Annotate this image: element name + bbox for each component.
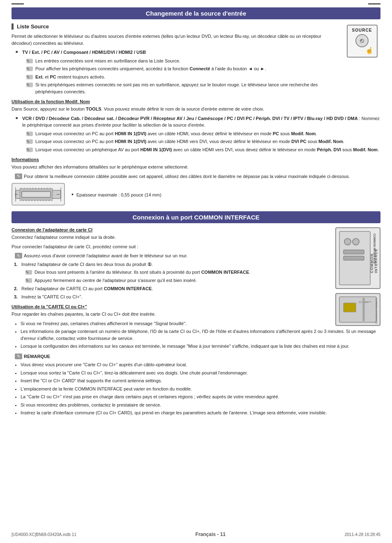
util-ci-bullets: Si vous ne l'insérez pas, certaines chaî…	[21, 320, 380, 350]
step-1-note-1: ✎ Deux trous sont présents à l'arrière d…	[25, 269, 380, 276]
note2-item-1: ✎ Lorsque vous connectez un PC au port H…	[26, 130, 380, 137]
source-arrow-icon: ⎋	[360, 37, 364, 44]
step-2: 2. Reliez l'adaptateur de CARTE CI au po…	[14, 285, 380, 292]
conn-text2: Pour connecter l'adaptateur de carte CI,…	[12, 243, 380, 250]
main-bullet-list-2: VCR / DVD / Décodeur Cab. / Décodeur sat…	[15, 115, 380, 153]
step-1-note-text-2: Appuyez fermement au centre de l'adaptat…	[35, 278, 197, 283]
source-button-box: SOURCE ⎋ ☝	[347, 25, 378, 58]
svg-text:CI CARD™: CI CARD™	[359, 301, 371, 303]
step-1-note-icon-2: ✎	[25, 277, 29, 284]
note-item-3: ✎ Ext. et PC restent toujours activés.	[26, 74, 335, 81]
thickness-diagram: • Epaisseur maximale : 0,55 pouce (14 mm…	[12, 183, 380, 206]
remarque-bullet-7: Insérez la carte d'interface commune (CI…	[21, 409, 380, 416]
remarque-bullet-5: La "Carte CI ou CI+" n'est pas prise en …	[21, 393, 380, 400]
util-ci-text: Pour regarder les chaînes payantes, la c…	[12, 311, 380, 318]
remarque-bullet-2: Lorsque vous sortez la "Carte CI ou CI+"…	[21, 370, 380, 377]
svg-rect-14	[344, 303, 356, 312]
note-cable-line: ✎ Pour obtenir la meilleure connexion câ…	[15, 173, 380, 180]
section2-header: Connexion à un port COMMON INTERFACE	[12, 211, 380, 223]
note2-item-3: ✎ Lorsque vous connectez un périphérique…	[26, 146, 380, 153]
note-conn-line: ✎ Assurez-vous d'avoir connecté l'adapta…	[15, 252, 331, 259]
note-text-2: Pour afficher les périphériques connecté…	[35, 66, 266, 71]
section2-left-content: Connexion de l'adaptateur de carte CI Co…	[12, 227, 380, 416]
thickness-value: Epaisseur maximale : 0,55 pouce (14 mm)	[76, 192, 161, 197]
devices-bold: VCR / DVD / Décodeur Cab. / Décodeur sat…	[22, 116, 358, 121]
step-3-num: 3.	[14, 293, 18, 300]
cable-svg	[14, 184, 63, 205]
notes-list-2: ✎ Lorsque vous connectez un PC au port H…	[26, 130, 380, 153]
informations-text: Vous pouvez afficher des informations dé…	[12, 164, 380, 171]
svg-rect-17	[363, 298, 364, 321]
corner-mark-left	[12, 3, 24, 5]
util-ci-bullet-3: Lorsque la configuration des information…	[21, 343, 380, 350]
conn-heading: Connexion de l'adaptateur de carte CI	[12, 227, 380, 232]
svg-text:COMMON INTERFACE: COMMON INTERFACE	[375, 298, 378, 324]
step-1: 1. Insérez l'adaptateur de carte CI dans…	[14, 261, 380, 284]
page: { "section1": { "header": "Changement de…	[0, 0, 392, 543]
util-ci-heading: Utilisation de la "CARTE CI ou CI+"	[12, 304, 380, 309]
source-label: SOURCE	[349, 28, 375, 32]
thickness-bullet: •	[71, 191, 74, 198]
note-text-3: Ext. et PC restent toujours activés.	[35, 74, 105, 79]
remarque-bullet-4: L'emplacement de la fente COMMON INTERFA…	[21, 386, 380, 393]
remarque-box: ✎ REMARQUE Vous devez vous procurer une …	[12, 353, 380, 416]
note-conn-icon: ✎	[15, 253, 22, 259]
note-cable-text: Pour obtenir la meilleure connexion câbl…	[24, 173, 350, 180]
remarque-bullet-1: Vous devez vous procurer une "Carte CI o…	[21, 361, 380, 368]
step-1-text: Insérez l'adaptateur de carte CI dans le…	[21, 262, 153, 267]
note-text-1: Les entrées connectées sont mises en sur…	[35, 58, 180, 63]
source-hand-icon: ☝	[349, 46, 374, 54]
main-bullet-item: TV / Ext. / PC / AV / Composant / HDMI1/…	[15, 49, 335, 95]
remarque-bullet-6: Si vous rencontrez des problèmes, contac…	[21, 402, 380, 409]
steps-list: 1. Insérez l'adaptateur de carte CI dans…	[14, 261, 380, 300]
note-icon-3: ✎	[26, 74, 30, 80]
note-item-1: ✎ Les entrées connectées sont mises en s…	[26, 58, 335, 65]
util-ci-bullet-2: Les informations de pariage contenant un…	[21, 328, 380, 342]
utilisation-heading: Utilisation de la fonction Modif. Nom	[12, 99, 380, 104]
note2-text-3: Lorsque vous connectez un périphérique A…	[35, 147, 379, 152]
step-1-note-2: ✎ Appuyez fermement au centre de l'adapt…	[25, 277, 380, 284]
main-bullet-item-2: VCR / DVD / Décodeur Cab. / Décodeur sat…	[15, 115, 380, 153]
note2-text-1: Lorsque vous connectez un PC au port HDM…	[35, 131, 317, 136]
note2-item-2: ✎ Lorsque vous connectez un PC au port H…	[26, 138, 380, 145]
note-text-4: Si les périphériques externes connectés …	[35, 82, 318, 94]
note-icon-1: ✎	[26, 58, 30, 64]
utilisation-text: Dans Source, appuyez sur le bouton TOOLS…	[12, 106, 380, 113]
corner-mark-right	[368, 3, 380, 5]
note-conn-text: Assurez-vous d'avoir connecté l'adaptate…	[24, 252, 188, 259]
step-1-notes: ✎ Deux trous sont présents à l'arrière d…	[25, 269, 380, 284]
note2-icon-1: ✎	[26, 131, 30, 137]
step-3-text: Insérez la "CARTE CI ou CI+".	[21, 294, 83, 299]
step-2-text: Reliez l'adaptateur de CARTE CI au port …	[21, 286, 153, 291]
note-icon-2: ✎	[26, 66, 30, 72]
main-bullet-bold: TV / Ext. / PC / AV / Composant / HDMI1/…	[22, 50, 146, 55]
informations-heading: Informations	[12, 157, 380, 162]
svg-rect-8	[344, 250, 364, 254]
main-bullet-list: TV / Ext. / PC / AV / Composant / HDMI1/…	[15, 49, 335, 95]
section2-content: COMMON INTERFACE COMMON INTERFACE CI CAR…	[12, 227, 380, 418]
source-icon: ⎋	[355, 34, 369, 47]
cable-image	[12, 183, 65, 206]
step-3: 3. Insérez la "CARTE CI ou CI+".	[14, 293, 380, 300]
thickness-text-area: • Epaisseur maximale : 0,55 pouce (14 mm…	[71, 191, 161, 198]
remarque-icon: ✎	[15, 354, 22, 359]
notes-list: ✎ Les entrées connectées sont mises en s…	[26, 58, 335, 95]
note-item-2: ✎ Pour afficher les périphériques connec…	[26, 65, 335, 72]
source-button-area: SOURCE ⎋ ☝	[344, 25, 380, 58]
conn-text1: Connectez l'adaptateur comme indiqué sur…	[12, 234, 380, 241]
subsection-title-liste-source: Liste Source	[12, 23, 380, 30]
page-footer: [UD4000-XC]BN68-03420A.indb 11 Français …	[0, 531, 392, 537]
note-cable-icon: ✎	[15, 173, 22, 179]
footer-right: 2011-4-28 16:28:45	[345, 532, 380, 537]
svg-point-11	[353, 238, 359, 245]
note2-icon-3: ✎	[26, 147, 30, 153]
note-icon-4: ✎	[26, 82, 30, 88]
svg-rect-2	[22, 192, 51, 197]
note-item-4: ✎ Si les périphériques externes connecté…	[26, 81, 335, 95]
step-1-note-icon-1: ✎	[25, 269, 29, 275]
svg-rect-9	[344, 256, 364, 260]
note2-text-2: Lorsque vous connectez un PC au port HDM…	[35, 139, 344, 144]
footer-left: [UD4000-XC]BN68-03420A.indb 11	[12, 532, 76, 537]
remarque-title-line: ✎ REMARQUE	[15, 353, 380, 360]
footer-center: Français - 11	[76, 531, 345, 537]
